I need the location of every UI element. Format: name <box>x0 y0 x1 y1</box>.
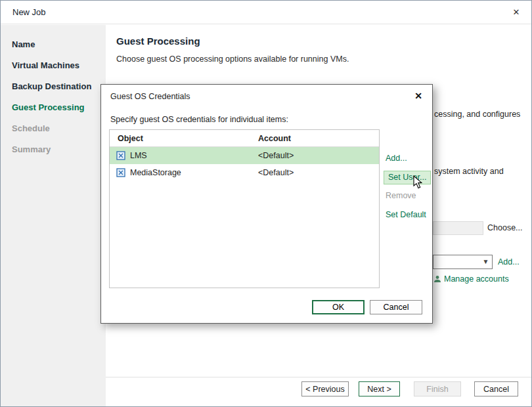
finish-button: Finish <box>414 381 461 396</box>
add-credentials-link[interactable]: Add... <box>498 257 520 267</box>
clipped-description-text: cessing, and configures <box>434 110 520 119</box>
column-header-account: Account <box>258 130 379 146</box>
sidebar-item-guest-processing[interactable]: Guest Processing <box>1 97 106 118</box>
chevron-down-icon[interactable]: ▼ <box>481 257 491 267</box>
manage-accounts-label: Manage accounts <box>444 274 509 284</box>
accounts-icon <box>433 275 441 283</box>
sidebar-item-name[interactable]: Name <box>1 34 106 55</box>
object-name: MediaStorage <box>130 164 181 181</box>
mouse-cursor-icon <box>413 175 424 190</box>
previous-button[interactable]: < Previous <box>301 381 349 396</box>
column-header-object: Object <box>110 130 258 146</box>
set-default-button[interactable]: Set Default <box>386 210 426 219</box>
wizard-steps-sidebar: Name Virtual Machines Backup Destination… <box>1 25 106 406</box>
dialog-close-icon[interactable]: ✕ <box>412 90 424 102</box>
ok-button[interactable]: OK <box>312 300 365 314</box>
guest-os-credentials-dialog: Guest OS Credentials ✕ Specify guest OS … <box>100 84 433 324</box>
credentials-table: Object Account LMS <Default> <box>109 129 380 288</box>
account-value: <Default> <box>258 164 379 181</box>
dialog-cancel-button[interactable]: Cancel <box>370 300 422 314</box>
cancel-button[interactable]: Cancel <box>474 381 518 396</box>
manage-accounts-link[interactable]: Manage accounts <box>433 274 509 284</box>
choose-button[interactable]: Choose... <box>487 223 523 232</box>
new-job-window: New Job ✕ Name Virtual Machines Backup D… <box>0 0 532 407</box>
table-row[interactable]: MediaStorage <Default> <box>110 164 379 181</box>
sidebar-item-backup-destination[interactable]: Backup Destination <box>1 76 106 97</box>
object-name: LMS <box>130 147 147 164</box>
next-button[interactable]: Next > <box>359 381 400 396</box>
page-subtitle: Choose guest OS processing options avail… <box>116 54 349 64</box>
account-value: <Default> <box>258 147 379 164</box>
dialog-instruction: Specify guest OS credentials for individ… <box>110 115 288 124</box>
add-button[interactable]: Add... <box>386 154 407 163</box>
table-header-row: Object Account <box>110 130 379 147</box>
sidebar-item-summary: Summary <box>1 139 106 160</box>
remove-button: Remove <box>386 191 416 200</box>
clipped-description-text-2: system activity and <box>434 167 504 176</box>
table-row[interactable]: LMS <Default> <box>110 147 379 164</box>
window-close-icon[interactable]: ✕ <box>510 7 522 18</box>
credentials-dropdown[interactable]: ▼ <box>433 255 493 269</box>
vm-icon <box>116 168 125 177</box>
dialog-title: Guest OS Credentials <box>110 92 190 101</box>
footer-divider <box>106 377 531 377</box>
window-title: New Job <box>12 7 46 17</box>
vm-icon <box>116 151 125 160</box>
window-titlebar: New Job ✕ <box>1 1 531 24</box>
sidebar-item-virtual-machines[interactable]: Virtual Machines <box>1 55 106 76</box>
sidebar-item-schedule: Schedule <box>1 118 106 139</box>
script-path-field[interactable] <box>433 221 483 235</box>
set-user-button[interactable]: Set User... <box>384 171 431 184</box>
page-title: Guest Processing <box>116 35 200 47</box>
